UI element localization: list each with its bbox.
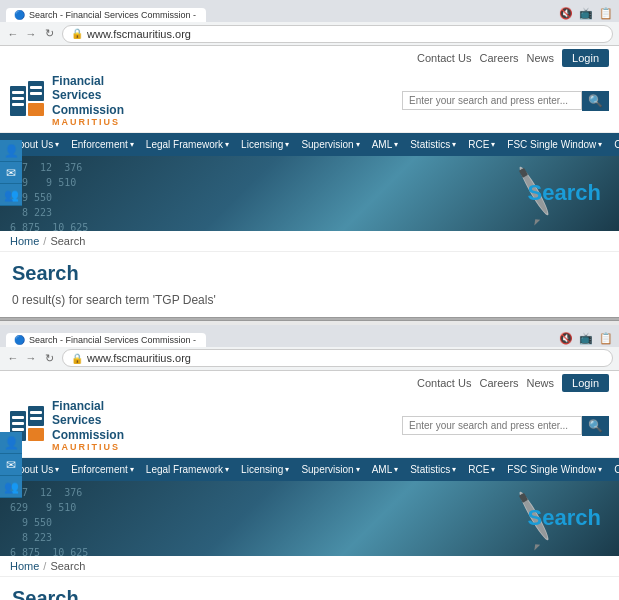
- aml-arrow-2: ▾: [394, 465, 398, 474]
- breadcrumb-current-2: Search: [50, 560, 85, 572]
- breadcrumb-current: Search: [50, 235, 85, 247]
- enforcement-arrow-2: ▾: [130, 465, 134, 474]
- svg-rect-5: [12, 103, 24, 106]
- browser-window-2: 🔵 Search - Financial Services Commission…: [0, 325, 619, 600]
- sidebar-social-icons: 👤 ✉ 👥: [0, 140, 22, 206]
- nav-rce[interactable]: RCE ▾: [462, 133, 501, 156]
- nav-statistics-2[interactable]: Statistics▾: [404, 458, 462, 481]
- about-us-arrow-2: ▾: [55, 465, 59, 474]
- licensing-arrow-2: ▾: [285, 465, 289, 474]
- search-button[interactable]: 🔍: [582, 91, 609, 111]
- logo-mauritius: MAURITIUS: [52, 117, 124, 128]
- supervision-arrow: ▾: [356, 140, 360, 149]
- nav-licensing-2[interactable]: Licensing▾: [235, 458, 295, 481]
- back-button[interactable]: ←: [6, 27, 20, 41]
- hero-search-text-2: Search: [528, 505, 601, 531]
- logo-area: Financial Services Commission MAURITIUS: [10, 74, 124, 128]
- svg-rect-13: [28, 406, 44, 426]
- svg-rect-14: [28, 428, 44, 441]
- logo-commission-2: Commission: [52, 428, 124, 442]
- nav-fsc-single-window[interactable]: FSC Single Window ▾: [501, 133, 608, 156]
- nav-fsc-single-window-2[interactable]: FSC Single Window▾: [501, 458, 608, 481]
- page-content-2: Search 0 result(s) for search term 'F101…: [0, 577, 619, 600]
- browser-tab[interactable]: 🔵 Search - Financial Services Commission…: [6, 8, 206, 22]
- nav-controls-2: ← → ↻: [6, 351, 56, 365]
- nav-supervision-2[interactable]: Supervision▾: [295, 458, 365, 481]
- group-icon-2[interactable]: 👥: [0, 476, 22, 498]
- contact-us-link-2[interactable]: Contact Us: [417, 377, 471, 389]
- rce-arrow-2: ▾: [491, 465, 495, 474]
- mute-icon-2[interactable]: 🔇: [559, 332, 573, 345]
- careers-link-2[interactable]: Careers: [479, 377, 518, 389]
- mute-icon[interactable]: 🔇: [559, 7, 573, 20]
- nav-statistics[interactable]: Statistics ▾: [404, 133, 462, 156]
- nav-enforcement-2[interactable]: Enforcement▾: [65, 458, 140, 481]
- group-icon[interactable]: 👥: [0, 184, 22, 206]
- fsc-logo-icon: [10, 81, 46, 121]
- forward-button[interactable]: →: [24, 27, 38, 41]
- svg-rect-1: [28, 81, 44, 101]
- screenshot-icon[interactable]: 📋: [599, 7, 613, 20]
- statistics-arrow-2: ▾: [452, 465, 456, 474]
- nav-aml-2[interactable]: AML▾: [366, 458, 405, 481]
- breadcrumb-home-2[interactable]: Home: [10, 560, 39, 572]
- nav-controls: ← → ↻: [6, 27, 56, 41]
- person-icon-2[interactable]: 👤: [0, 432, 22, 454]
- breadcrumb: Home / Search: [0, 231, 619, 252]
- search-button-2[interactable]: 🔍: [582, 416, 609, 436]
- nav-consumer-protection-2[interactable]: Consumer Protection▾: [608, 458, 619, 481]
- svg-rect-15: [12, 416, 24, 419]
- logo-commission: Commission: [52, 103, 124, 117]
- screenshot-icon-2[interactable]: 📋: [599, 332, 613, 345]
- nav-aml[interactable]: AML ▾: [366, 133, 405, 156]
- url-text-2: www.fscmauritius.org: [87, 352, 191, 364]
- news-link-2[interactable]: News: [527, 377, 555, 389]
- svg-rect-7: [30, 92, 42, 95]
- statistics-arrow: ▾: [452, 140, 456, 149]
- about-us-arrow: ▾: [55, 140, 59, 149]
- careers-link[interactable]: Careers: [479, 52, 518, 64]
- svg-rect-16: [12, 422, 24, 425]
- licensing-arrow: ▾: [285, 140, 289, 149]
- main-navigation-2: About Us▾ Enforcement▾ Legal Framework▾ …: [0, 458, 619, 481]
- login-button[interactable]: Login: [562, 49, 609, 67]
- refresh-button[interactable]: ↻: [42, 27, 56, 41]
- nav-consumer-protection[interactable]: Consumer Protection ▾: [608, 133, 619, 156]
- svg-marker-10: [532, 217, 541, 225]
- breadcrumb-home[interactable]: Home: [10, 235, 39, 247]
- nav-supervision[interactable]: Supervision ▾: [295, 133, 365, 156]
- cast-icon-2[interactable]: 📺: [579, 332, 593, 345]
- breadcrumb-separator: /: [43, 235, 46, 247]
- logo-mauritius-2: MAURITIUS: [52, 442, 124, 453]
- nav-legal-framework-2[interactable]: Legal Framework▾: [140, 458, 235, 481]
- supervision-arrow-2: ▾: [356, 465, 360, 474]
- browser-tab-2[interactable]: 🔵 Search - Financial Services Commission…: [6, 333, 206, 347]
- main-navigation: About Us ▾ Enforcement ▾ Legal Framework…: [0, 133, 619, 156]
- cast-icon[interactable]: 📺: [579, 7, 593, 20]
- back-button-2[interactable]: ←: [6, 351, 20, 365]
- login-button-2[interactable]: Login: [562, 374, 609, 392]
- browser-tab-bar: 🔵 Search - Financial Services Commission…: [0, 0, 619, 22]
- nav-rce-2[interactable]: RCE▾: [462, 458, 501, 481]
- url-bar-2[interactable]: 🔒 www.fscmauritius.org: [62, 349, 613, 367]
- utility-bar: Contact Us Careers News Login: [0, 46, 619, 70]
- url-bar[interactable]: 🔒 www.fscmauritius.org: [62, 25, 613, 43]
- hero-search-text: Search: [528, 180, 601, 206]
- envelope-icon[interactable]: ✉: [0, 162, 22, 184]
- tab-title-2: Search - Financial Services Commission -…: [29, 335, 198, 345]
- news-link[interactable]: News: [527, 52, 555, 64]
- url-text: www.fscmauritius.org: [87, 28, 191, 40]
- refresh-button-2[interactable]: ↻: [42, 351, 56, 365]
- nav-enforcement[interactable]: Enforcement ▾: [65, 133, 140, 156]
- hero-banner: 267 12 376 629 9 510 9 550 8 223 6 875 1…: [0, 156, 619, 231]
- envelope-icon-2[interactable]: ✉: [0, 454, 22, 476]
- rce-arrow: ▾: [491, 140, 495, 149]
- search-input-2[interactable]: [402, 416, 582, 435]
- nav-legal-framework[interactable]: Legal Framework ▾: [140, 133, 235, 156]
- contact-us-link[interactable]: Contact Us: [417, 52, 471, 64]
- search-input[interactable]: [402, 91, 582, 110]
- header-right: 🔍: [402, 91, 609, 111]
- person-icon[interactable]: 👤: [0, 140, 22, 162]
- nav-licensing[interactable]: Licensing ▾: [235, 133, 295, 156]
- forward-button-2[interactable]: →: [24, 351, 38, 365]
